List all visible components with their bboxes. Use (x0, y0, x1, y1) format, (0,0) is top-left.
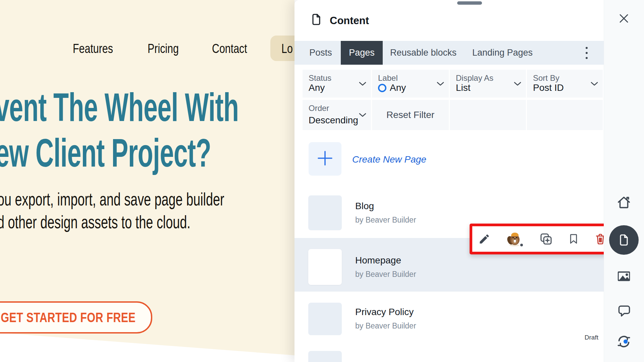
comments-icon[interactable] (617, 303, 632, 318)
hero-paragraph: ou export, import, and save page builder… (0, 188, 224, 233)
reset-filter-label: Reset Filter (386, 110, 434, 120)
page-title: Privacy Policy (355, 307, 414, 317)
bookmark-icon[interactable] (569, 233, 579, 245)
filter-order[interactable]: Order Descending (303, 100, 371, 130)
chevron-down-icon (514, 81, 521, 87)
filter-sort-by[interactable]: Sort By Post ID (527, 70, 603, 98)
tab-reusable-blocks[interactable]: Reusable blocks (387, 41, 460, 65)
filter-display-as-label: Display As (456, 73, 493, 83)
page-title: Homepage (355, 255, 401, 266)
reset-filter-button[interactable]: Reset Filter (372, 100, 449, 130)
content-document-icon-active[interactable] (609, 225, 639, 255)
page-list-item-privacy-policy[interactable]: Privacy Policy by Beaver Builder Draft (294, 295, 604, 342)
chevron-down-icon (437, 81, 444, 87)
hero-heading: vent The Wheel With ew Client Project? (0, 84, 239, 176)
page-thumbnail (308, 303, 342, 335)
beaver-builder-icon[interactable] (506, 231, 524, 247)
tab-pages[interactable]: Pages (341, 41, 383, 65)
tab-posts[interactable]: Posts (305, 41, 337, 65)
page-thumbnail (308, 249, 342, 285)
nav-login-label: Lo (281, 42, 293, 56)
filter-label-label: Label (378, 73, 398, 83)
get-started-label: GET STARTED FOR FREE (1, 310, 136, 325)
filter-status-label: Status (309, 73, 331, 83)
edit-pencil-icon[interactable] (478, 233, 490, 245)
more-options-kebab-icon[interactable] (580, 46, 593, 60)
section-diagonal-divider (0, 332, 294, 362)
filter-empty-cell (527, 100, 603, 130)
hero-paragraph-line1: ou export, import, and save page builder (0, 188, 224, 210)
page-author: by Beaver Builder (355, 216, 416, 225)
filter-status-value: Any (309, 82, 325, 93)
screen: Features Pricing Contact Lo vent The Whe… (0, 0, 644, 362)
panel-drag-handle[interactable] (457, 1, 482, 5)
filter-display-as-value: List (456, 82, 471, 93)
chevron-down-icon (359, 113, 366, 119)
plus-icon (316, 149, 334, 169)
content-panel: Content Posts Pages Reusable blocks Land… (294, 0, 604, 362)
tab-bar: Posts Pages Reusable blocks Landing Page… (294, 41, 604, 65)
hero-heading-line2: ew Client Project? (0, 130, 239, 176)
label-color-ring-icon (378, 84, 386, 92)
nav-item-contact[interactable]: Contact (212, 42, 247, 56)
page-author: by Beaver Builder (355, 321, 416, 330)
status-badge-draft: Draft (585, 334, 598, 341)
hero-paragraph-line2: d other design assets to the cloud. (0, 210, 224, 233)
create-new-page-button[interactable] (309, 142, 341, 176)
close-icon[interactable] (619, 13, 629, 23)
filter-order-label: Order (309, 104, 329, 113)
website-background: Features Pricing Contact Lo vent The Whe… (0, 0, 294, 362)
chevron-down-icon (591, 81, 598, 87)
builder-side-toolbar (604, 0, 644, 362)
panel-title: Content (330, 15, 369, 27)
get-started-button[interactable]: GET STARTED FOR FREE (0, 301, 152, 334)
home-icon[interactable] (616, 195, 632, 210)
create-new-page-link[interactable]: Create New Page (352, 154, 426, 165)
hero-heading-line1: vent The Wheel With (0, 84, 239, 130)
page-author: by Beaver Builder (355, 270, 416, 279)
tab-landing-pages[interactable]: Landing Pages (470, 41, 535, 65)
media-image-icon[interactable] (616, 268, 632, 284)
row-actions-toolbar-red-annotation (470, 224, 615, 254)
filter-label[interactable]: Label Any (372, 70, 449, 98)
document-icon (310, 13, 323, 27)
sync-icon[interactable] (616, 334, 632, 350)
duplicate-icon[interactable] (539, 232, 553, 246)
filter-display-as[interactable]: Display As List (450, 70, 526, 98)
page-thumbnail (308, 195, 342, 230)
chevron-down-icon (359, 81, 366, 87)
filter-status[interactable]: Status Any (303, 70, 371, 98)
filter-sort-by-label: Sort By (533, 73, 559, 83)
filter-empty-cell (450, 100, 526, 130)
nav-item-pricing[interactable]: Pricing (148, 42, 179, 56)
page-title: Blog (355, 201, 374, 212)
filter-label-value: Any (390, 82, 406, 93)
filter-sort-by-value: Post ID (533, 82, 564, 93)
filter-order-value: Descending (309, 115, 358, 126)
page-thumbnail-partial (308, 351, 342, 362)
nav-item-features[interactable]: Features (73, 42, 113, 56)
